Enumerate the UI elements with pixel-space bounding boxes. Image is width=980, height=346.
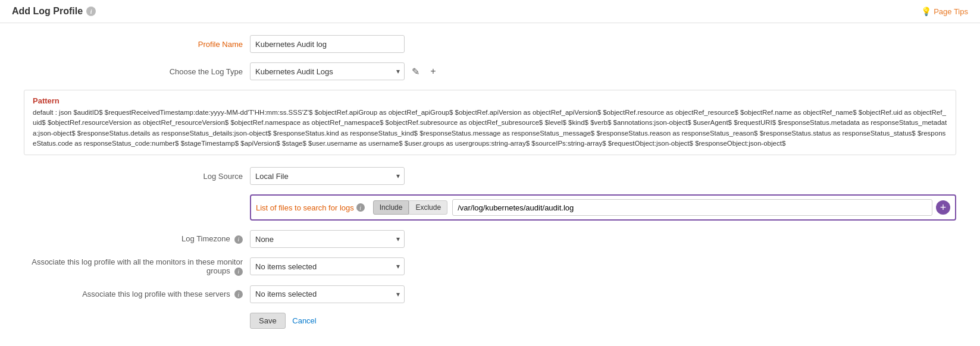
- add-log-type-button[interactable]: +: [426, 64, 440, 78]
- timezone-info-icon[interactable]: i: [234, 235, 243, 244]
- add-file-button[interactable]: +: [936, 200, 950, 215]
- files-section-content: List of files to search for logs i Inclu…: [250, 194, 956, 221]
- servers-select-wrapper: No items selected: [250, 285, 405, 303]
- servers-label: Associate this log profile with these se…: [24, 290, 250, 299]
- log-timezone-label: Log Timezone i: [24, 234, 250, 244]
- cancel-button[interactable]: Cancel: [292, 316, 316, 325]
- page-tips-link[interactable]: 💡 Page Tips: [921, 7, 968, 16]
- files-label: List of files to search for logs i: [256, 203, 365, 212]
- page-title: Add Log Profile i: [12, 6, 96, 17]
- log-source-row: Log Source Local File Syslog Remote: [24, 167, 956, 185]
- profile-name-label: Profile Name: [24, 40, 250, 49]
- page-title-text: Add Log Profile: [12, 6, 83, 17]
- edit-log-type-button[interactable]: ✎: [408, 64, 422, 78]
- header-info-icon[interactable]: i: [86, 7, 96, 16]
- log-timezone-select-wrapper: None UTC US/Eastern: [250, 230, 405, 248]
- servers-row: Associate this log profile with these se…: [24, 285, 956, 303]
- pattern-text: default : json $auditID$ $requestReceive…: [33, 108, 947, 149]
- log-source-select-wrapper: Local File Syslog Remote: [250, 167, 405, 185]
- log-source-label: Log Source: [24, 172, 250, 181]
- monitor-groups-label: Associate this log profile with all the …: [24, 257, 250, 276]
- actions-row: Save Cancel: [24, 313, 956, 329]
- log-type-label: Choose the Log Type: [24, 67, 250, 76]
- monitor-groups-row: Associate this log profile with all the …: [24, 257, 956, 276]
- log-timezone-select[interactable]: None UTC US/Eastern: [250, 230, 405, 248]
- monitor-groups-select[interactable]: No items selected: [250, 257, 405, 275]
- servers-info-icon[interactable]: i: [234, 290, 243, 298]
- include-button[interactable]: Include: [373, 200, 409, 215]
- files-row: List of files to search for logs i Inclu…: [250, 194, 956, 221]
- log-type-select-wrapper: Kubernetes Audit Logs Syslog Custom: [250, 62, 405, 80]
- pattern-title: Pattern: [33, 96, 947, 105]
- profile-name-row: Profile Name: [24, 35, 956, 53]
- page-tips-label: Page Tips: [934, 7, 968, 16]
- exclude-button[interactable]: Exclude: [409, 200, 447, 215]
- files-label-text: List of files to search for logs: [256, 203, 354, 212]
- log-source-select[interactable]: Local File Syslog Remote: [250, 167, 405, 185]
- pattern-box: Pattern default : json $auditID$ $reques…: [24, 90, 956, 155]
- actions-buttons: Save Cancel: [250, 313, 317, 329]
- page-header: Add Log Profile i 💡 Page Tips: [0, 0, 980, 23]
- log-type-select[interactable]: Kubernetes Audit Logs Syslog Custom: [250, 62, 405, 80]
- log-timezone-row: Log Timezone i None UTC US/Eastern: [24, 230, 956, 248]
- log-type-row: Choose the Log Type Kubernetes Audit Log…: [24, 62, 956, 80]
- file-path-input[interactable]: [452, 199, 932, 216]
- monitor-groups-info-icon[interactable]: i: [234, 268, 243, 276]
- servers-select[interactable]: No items selected: [250, 285, 405, 303]
- monitor-groups-select-wrapper: No items selected: [250, 257, 405, 275]
- bulb-icon: 💡: [921, 7, 931, 16]
- profile-name-input[interactable]: [250, 35, 405, 53]
- files-info-icon[interactable]: i: [356, 203, 365, 212]
- main-content: Profile Name Choose the Log Type Kuberne…: [0, 23, 980, 346]
- save-button[interactable]: Save: [250, 313, 286, 329]
- files-section-row: List of files to search for logs i Inclu…: [24, 194, 956, 221]
- log-type-controls: Kubernetes Audit Logs Syslog Custom ✎ +: [250, 62, 440, 80]
- include-exclude-buttons: Include Exclude: [373, 200, 447, 215]
